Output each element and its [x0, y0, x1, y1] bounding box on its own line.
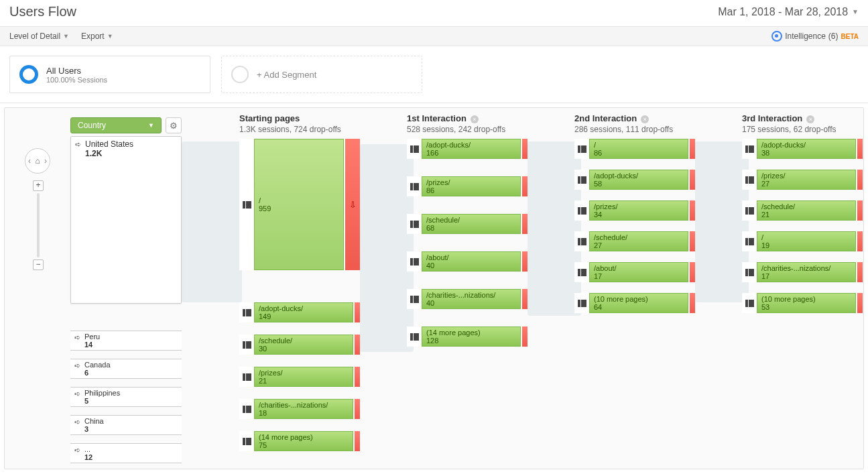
dropoff-bar — [522, 327, 528, 347]
node-value: 75 — [259, 441, 349, 449]
arrow-right-icon: ➪ — [74, 446, 80, 455]
flow-node[interactable]: /schedule/30 — [239, 335, 360, 355]
source-row[interactable]: ➪Peru14 — [70, 331, 182, 351]
pan-control[interactable]: ‹ ⌂ › — [25, 148, 50, 174]
segment-subtitle: 100.00% Sessions — [46, 76, 107, 84]
dropoff-bar — [522, 176, 528, 196]
flow-node[interactable]: (10 more pages)64 — [574, 293, 695, 313]
source-row[interactable]: ➪Canada6 — [70, 359, 182, 379]
add-segment-button[interactable]: + Add Segment — [221, 56, 422, 93]
source-name: China — [84, 417, 104, 425]
flow-node[interactable]: (10 more pages)53 — [742, 293, 863, 313]
source-card-main[interactable]: ➪ United States 1.2K — [70, 136, 182, 304]
level-of-detail-menu[interactable]: Level of Detail ▼ — [9, 32, 69, 41]
dimension-select[interactable]: Country ▼ — [70, 117, 162, 133]
source-value: 6 — [84, 369, 111, 377]
segment-title: All Users — [46, 66, 107, 76]
source-name: Canada — [84, 361, 111, 369]
chevron-down-icon: ▼ — [63, 33, 69, 40]
flow-node[interactable]: /about/40 — [407, 251, 528, 272]
page-icon — [407, 176, 422, 196]
node-path: /schedule/ — [594, 233, 684, 241]
column-subtitle: 175 sessions, 62 drop-offs — [742, 125, 836, 134]
page-header: Users Flow Mar 1, 2018 - Mar 28, 2018 ▼ — [0, 0, 868, 27]
page-icon — [742, 200, 757, 221]
settings-button[interactable]: ⚙ — [166, 117, 182, 133]
source-row[interactable]: ➪...12 — [70, 443, 182, 463]
dropoff-bar — [857, 200, 863, 221]
node-path: / — [259, 196, 339, 204]
flow-node[interactable]: /adopt-ducks/58 — [574, 170, 695, 190]
page-title: Users Flow — [9, 4, 76, 19]
flow-node[interactable]: /adopt-ducks/166 — [407, 139, 528, 159]
close-icon[interactable]: × — [641, 115, 649, 123]
flow-node[interactable]: /adopt-ducks/149 — [239, 302, 360, 322]
flow-node[interactable]: /charities-...nizations/40 — [407, 289, 528, 309]
flow-node[interactable]: /19 — [742, 231, 863, 251]
flow-node[interactable]: /adopt-ducks/38 — [742, 139, 863, 159]
dropoff-bar — [857, 231, 863, 251]
page-icon — [239, 302, 254, 322]
zoom-in-button[interactable]: + — [33, 180, 44, 191]
export-label: Export — [81, 32, 105, 41]
dropoff-bar — [857, 262, 863, 282]
zoom-out-button[interactable]: − — [33, 259, 44, 270]
export-menu[interactable]: Export ▼ — [81, 32, 113, 41]
flow-node[interactable]: /charities-...nizations/18 — [239, 399, 360, 419]
flow-node[interactable]: /schedule/21 — [742, 200, 863, 221]
level-of-detail-label: Level of Detail — [9, 32, 60, 41]
node-path: /about/ — [426, 253, 516, 261]
segments-bar: All Users 100.00% Sessions + Add Segment — [0, 46, 868, 103]
page-icon — [407, 327, 422, 347]
dropoff-bar: ⇩ — [345, 139, 360, 270]
flow-visualization[interactable]: Country ▼ ⚙ ‹ ⌂ › + − ➪ United States 1.… — [4, 107, 864, 469]
flow-node[interactable]: /schedule/27 — [574, 231, 695, 251]
source-value: 1.2K — [85, 149, 133, 158]
flow-node[interactable]: /prizes/27 — [742, 170, 863, 190]
flow-node[interactable]: /86 — [574, 139, 695, 159]
dropoff-bar — [522, 289, 528, 309]
source-name: Philippines — [84, 389, 120, 397]
flow-node[interactable]: /about/17 — [574, 262, 695, 282]
chevron-down-icon: ▼ — [852, 8, 859, 15]
dropoff-arrow-icon: ⇩ — [349, 200, 357, 210]
page-icon — [239, 335, 254, 355]
node-value: 17 — [594, 272, 684, 280]
flow-node[interactable]: /prizes/86 — [407, 176, 528, 196]
node-path: /prizes/ — [594, 202, 684, 211]
page-icon — [574, 200, 589, 221]
dropoff-bar — [522, 214, 528, 234]
column-header: 1st Interaction×528 sessions, 242 drop-o… — [407, 113, 505, 134]
flow-node[interactable]: (14 more pages)128 — [407, 327, 528, 347]
dropoff-bar — [355, 335, 360, 355]
node-value: 38 — [761, 149, 851, 157]
flow-node[interactable]: /schedule/68 — [407, 214, 528, 234]
intelligence-button[interactable]: Intelligence(6) BETA — [771, 31, 859, 42]
dropoff-bar — [522, 251, 528, 272]
chevron-left-icon: ‹ — [28, 156, 31, 166]
source-row[interactable]: ➪China3 — [70, 415, 182, 435]
dropoff-bar — [690, 262, 695, 282]
source-row[interactable]: ➪Philippines5 — [70, 387, 182, 407]
page-icon — [407, 289, 422, 309]
arrow-right-icon: ➪ — [74, 361, 80, 370]
segment-all-users[interactable]: All Users 100.00% Sessions — [9, 56, 210, 93]
node-path: / — [761, 233, 851, 241]
page-icon — [742, 293, 757, 313]
flow-node[interactable]: /959⇩ — [239, 139, 360, 270]
chevron-down-icon: ▼ — [107, 33, 113, 40]
flow-node[interactable]: /prizes/21 — [239, 367, 360, 387]
add-segment-circle-icon — [231, 66, 249, 83]
close-icon[interactable]: × — [806, 115, 814, 123]
flow-node[interactable]: (14 more pages)75 — [239, 431, 360, 451]
column-subtitle: 528 sessions, 242 drop-offs — [407, 125, 505, 134]
date-range-picker[interactable]: Mar 1, 2018 - Mar 28, 2018 ▼ — [718, 6, 859, 18]
zoom-slider[interactable] — [37, 193, 40, 257]
flow-link — [528, 141, 581, 316]
page-icon — [742, 139, 757, 159]
flow-node[interactable]: /prizes/34 — [574, 200, 695, 221]
flow-node[interactable]: /charities-...nizations/17 — [742, 262, 863, 282]
close-icon[interactable]: × — [471, 115, 479, 123]
column-title: 3rd Interaction — [742, 113, 802, 123]
page-icon — [574, 139, 589, 159]
